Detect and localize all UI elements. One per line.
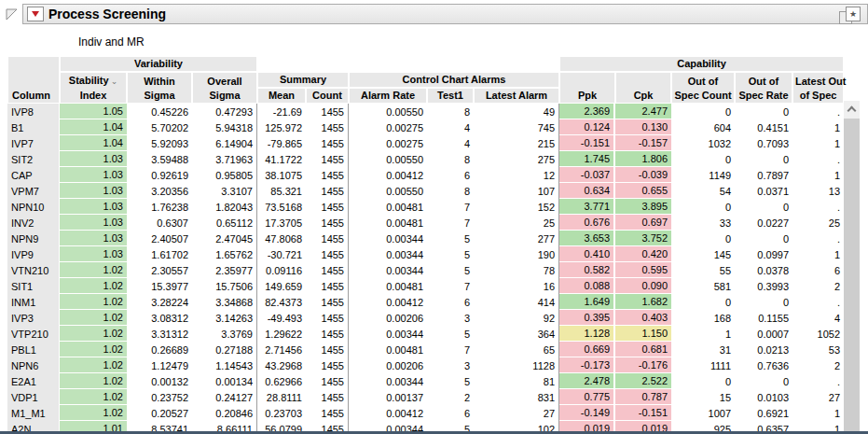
- cell-latest_alarm[interactable]: 78: [474, 262, 559, 278]
- table-row[interactable]: NPN91.032.405072.4704547.806814550.00344…: [7, 231, 844, 246]
- cell-stability_index[interactable]: 1.03: [60, 183, 127, 199]
- cell-overall_sigma[interactable]: 0.27188: [192, 342, 257, 357]
- table-row[interactable]: NPN61.021.124791.1454343.296814550.00206…: [7, 357, 844, 373]
- cell-ppk[interactable]: 0.582: [559, 262, 615, 278]
- table-row[interactable]: IVP31.023.083123.14263-49.49314550.00206…: [7, 310, 844, 326]
- disclosure-triangle-icon[interactable]: [5, 7, 20, 21]
- column-header-out-of-spec-count[interactable]: Out ofSpec Count: [671, 72, 735, 104]
- cell-overall_sigma[interactable]: 0.95805: [192, 167, 257, 183]
- cell-cpk[interactable]: 3.895: [615, 199, 671, 215]
- cell-mean[interactable]: 85.321: [257, 183, 306, 199]
- cell-alarm_rate[interactable]: 0.00275: [349, 119, 427, 135]
- cell-overall_sigma[interactable]: 2.47045: [192, 231, 257, 246]
- cell-latest_oos[interactable]: .: [792, 231, 844, 246]
- cell-latest_oos[interactable]: .: [792, 373, 844, 389]
- cell-test1[interactable]: 5: [427, 262, 474, 278]
- cell-ppk[interactable]: 0.669: [559, 342, 615, 357]
- table-row[interactable]: INV21.030.63070.6511217.370514550.004817…: [7, 215, 844, 231]
- cell-cpk[interactable]: 0.595: [615, 262, 671, 278]
- cell-oos_count[interactable]: 0: [671, 294, 735, 310]
- cell-latest_alarm[interactable]: 831: [474, 389, 559, 405]
- cell-column[interactable]: B1: [7, 119, 60, 135]
- cell-oos_rate[interactable]: 0.4151: [735, 119, 792, 135]
- cell-alarm_rate[interactable]: 0.00275: [349, 135, 427, 151]
- cell-stability_index[interactable]: 1.05: [60, 104, 127, 119]
- cell-test1[interactable]: 3: [427, 357, 474, 373]
- cell-count[interactable]: 1455: [306, 310, 349, 326]
- cell-column[interactable]: NPN10: [7, 199, 60, 215]
- cell-ppk[interactable]: -0.173: [559, 357, 615, 373]
- cell-latest_oos[interactable]: 1: [792, 246, 844, 262]
- cell-within_sigma[interactable]: 2.40507: [127, 231, 192, 246]
- cell-oos_rate[interactable]: 0.7897: [735, 167, 792, 183]
- cell-oos_count[interactable]: 0: [671, 231, 735, 246]
- group-header-variability[interactable]: Variability: [60, 56, 257, 72]
- cell-oos_rate[interactable]: 0.0227: [735, 215, 792, 231]
- cell-latest_alarm[interactable]: 190: [474, 246, 559, 262]
- cell-oos_count[interactable]: 145: [671, 246, 735, 262]
- cell-alarm_rate[interactable]: 0.00412: [349, 405, 427, 421]
- table-row[interactable]: VTP2101.023.313123.37691.2962214550.0034…: [7, 326, 844, 342]
- cell-test1[interactable]: 3: [427, 310, 474, 326]
- cell-count[interactable]: 1455: [306, 405, 349, 421]
- outline-title-bar[interactable]: Process Screening ★: [22, 4, 868, 24]
- cell-within_sigma[interactable]: 1.61702: [127, 246, 192, 262]
- table-row[interactable]: INM11.023.282243.3486882.437314550.00412…: [7, 294, 844, 310]
- cell-ppk[interactable]: 1.649: [559, 294, 615, 310]
- cell-alarm_rate[interactable]: 0.00137: [349, 389, 427, 405]
- cell-latest_oos[interactable]: 1052: [792, 326, 844, 342]
- column-header-out-of-spec-rate[interactable]: Out ofSpec Rate: [735, 72, 792, 104]
- cell-cpk[interactable]: 0.420: [615, 246, 671, 262]
- table-row[interactable]: IVP91.031.617021.65762-30.72114550.00344…: [7, 246, 844, 262]
- cell-oos_rate[interactable]: 0.0997: [735, 246, 792, 262]
- cell-mean[interactable]: -30.721: [257, 246, 306, 262]
- column-header-within-sigma[interactable]: WithinSigma: [127, 72, 192, 104]
- cell-stability_index[interactable]: 1.03: [60, 167, 127, 183]
- cell-stability_index[interactable]: 1.04: [60, 119, 127, 135]
- cell-cpk[interactable]: 3.752: [615, 231, 671, 246]
- cell-cpk[interactable]: -0.176: [615, 357, 671, 373]
- table-row[interactable]: SIT21.033.594883.7196341.172214550.00550…: [7, 151, 844, 167]
- cell-alarm_rate[interactable]: 0.00344: [349, 373, 427, 389]
- cell-latest_alarm[interactable]: 16: [474, 278, 559, 294]
- column-header-cpk[interactable]: Cpk: [615, 72, 671, 104]
- cell-latest_alarm[interactable]: 92: [474, 310, 559, 326]
- group-header-control-chart-alarms[interactable]: Control Chart Alarms: [349, 72, 559, 88]
- column-header-count[interactable]: Count: [306, 88, 349, 104]
- cell-alarm_rate[interactable]: 0.00412: [349, 294, 427, 310]
- cell-count[interactable]: 1455: [306, 231, 349, 246]
- cell-alarm_rate[interactable]: 0.00206: [349, 310, 427, 326]
- cell-ppk[interactable]: 1.745: [559, 151, 615, 167]
- cell-cpk[interactable]: 0.090: [615, 278, 671, 294]
- cell-mean[interactable]: 28.8111: [257, 389, 306, 405]
- cell-cpk[interactable]: 0.681: [615, 342, 671, 357]
- cell-mean[interactable]: -49.493: [257, 310, 306, 326]
- cell-oos_count[interactable]: 1111: [671, 357, 735, 373]
- table-row[interactable]: VTN2101.022.305572.359770.0911614550.003…: [7, 262, 844, 278]
- cell-ppk[interactable]: 0.775: [559, 389, 615, 405]
- cell-mean[interactable]: 0.23703: [257, 405, 306, 421]
- cell-alarm_rate[interactable]: 0.00412: [349, 167, 427, 183]
- table-row[interactable]: CAP1.030.926190.9580538.107514550.004126…: [7, 167, 844, 183]
- cell-mean[interactable]: 73.5168: [257, 199, 306, 215]
- cell-alarm_rate[interactable]: 0.00344: [349, 246, 427, 262]
- cell-overall_sigma[interactable]: 15.7506: [192, 278, 257, 294]
- cell-latest_oos[interactable]: .: [792, 294, 844, 310]
- table-row[interactable]: IVP81.050.452260.47293-21.6914550.005508…: [7, 104, 844, 119]
- cell-stability_index[interactable]: 1.03: [60, 199, 127, 215]
- cell-latest_alarm[interactable]: 1128: [474, 357, 559, 373]
- cell-stability_index[interactable]: 1.02: [60, 389, 127, 405]
- cell-oos_count[interactable]: 581: [671, 278, 735, 294]
- cell-overall_sigma[interactable]: 2.35977: [192, 262, 257, 278]
- cell-latest_alarm[interactable]: 65: [474, 342, 559, 357]
- cell-column[interactable]: SIT1: [7, 278, 60, 294]
- table-row[interactable]: M1_M11.020.205270.208460.2370314550.0041…: [7, 405, 844, 421]
- cell-stability_index[interactable]: 1.02: [60, 310, 127, 326]
- cell-test1[interactable]: 5: [427, 373, 474, 389]
- cell-oos_count[interactable]: 604: [671, 119, 735, 135]
- cell-latest_oos[interactable]: 25: [792, 215, 844, 231]
- cell-ppk[interactable]: 0.395: [559, 310, 615, 326]
- cell-oos_count[interactable]: 55: [671, 262, 735, 278]
- cell-ppk[interactable]: 3.653: [559, 231, 615, 246]
- cell-count[interactable]: 1455: [306, 215, 349, 231]
